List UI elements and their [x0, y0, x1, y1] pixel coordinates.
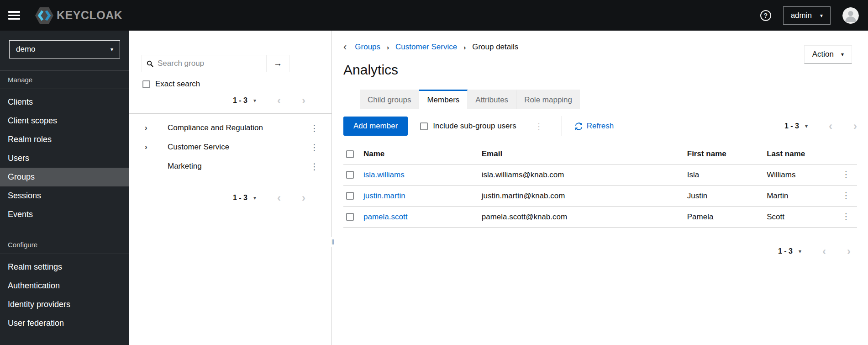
- sidebar-item-identity-providers[interactable]: Identity providers: [0, 295, 129, 314]
- row-kebab-menu-icon[interactable]: ⋮: [839, 168, 853, 181]
- search-group-input[interactable]: [158, 59, 262, 68]
- tree-item-compliance-and-regulation[interactable]: › Compliance and Regulation ⋮: [129, 118, 331, 138]
- panel-resize-handle[interactable]: ‖: [331, 237, 335, 247]
- expand-chevron-icon[interactable]: ›: [145, 123, 168, 133]
- group-name[interactable]: Customer Service: [168, 143, 307, 152]
- chevron-down-icon: ▾: [110, 47, 113, 52]
- sidebar-item-sessions[interactable]: Sessions: [0, 186, 129, 205]
- hamburger-menu-icon[interactable]: [8, 11, 20, 20]
- brand-text: KEYCLOAK: [57, 9, 122, 22]
- table-row: pamela.scott pamela.scott@knab.com Pamel…: [343, 207, 857, 228]
- row-checkbox[interactable]: [346, 171, 354, 179]
- expand-chevron-icon[interactable]: ›: [145, 143, 168, 152]
- tree-item-customer-service[interactable]: › Customer Service ⋮: [129, 138, 331, 157]
- breadcrumb-separator-icon: ›: [387, 43, 389, 51]
- action-dropdown-label: Action: [812, 50, 834, 59]
- realm-selector-value: demo: [16, 45, 36, 54]
- pagination-options-caret-icon[interactable]: ▾: [805, 123, 808, 129]
- realm-selector[interactable]: demo ▾: [9, 40, 120, 58]
- sidebar-item-events[interactable]: Events: [0, 205, 129, 224]
- sidebar-item-clients[interactable]: Clients: [0, 93, 129, 111]
- pagination-range: 1 - 3: [784, 122, 799, 130]
- pagination-next-icon[interactable]: ›: [853, 121, 857, 132]
- member-first-name: Isla: [687, 165, 767, 186]
- select-all-checkbox[interactable]: [346, 150, 354, 158]
- column-header-first-name: First name: [687, 144, 767, 165]
- breadcrumb-groups-link[interactable]: Groups: [355, 42, 380, 52]
- column-header-last-name: Last name: [767, 144, 835, 165]
- refresh-button[interactable]: Refresh: [575, 122, 614, 131]
- table-row: isla.williams isla.williams@knab.com Isl…: [343, 165, 857, 186]
- pagination-options-caret-icon[interactable]: ▾: [799, 249, 801, 254]
- pagination-prev-icon[interactable]: ‹: [277, 192, 281, 203]
- member-name-link[interactable]: justin.martin: [363, 191, 405, 200]
- members-pagination-top: 1 - 3 ▾ ‹ ›: [784, 121, 857, 132]
- pagination-prev-icon[interactable]: ‹: [829, 121, 832, 132]
- member-first-name: Pamela: [687, 207, 767, 228]
- tab-attributes[interactable]: Attributes: [468, 90, 516, 109]
- row-kebab-menu-icon[interactable]: ⋮: [839, 189, 853, 202]
- group-name[interactable]: Compliance and Regulation: [168, 123, 307, 133]
- sidebar-item-realm-roles[interactable]: Realm roles: [0, 130, 129, 149]
- sidebar-item-client-scopes[interactable]: Client scopes: [0, 111, 129, 130]
- group-name[interactable]: Marketing: [168, 162, 307, 171]
- kebab-menu-icon[interactable]: ⋮: [307, 141, 321, 154]
- row-checkbox[interactable]: [346, 213, 354, 221]
- column-header-name: Name: [363, 144, 482, 165]
- breadcrumb-customer-service-link[interactable]: Customer Service: [395, 42, 457, 52]
- group-details-main: ‹ Groups › Customer Service › Group deta…: [332, 31, 868, 345]
- sidebar-item-users[interactable]: Users: [0, 149, 129, 168]
- pagination-prev-icon[interactable]: ‹: [822, 246, 826, 257]
- member-last-name: Scott: [767, 207, 835, 228]
- refresh-label: Refresh: [587, 122, 614, 131]
- exact-search-checkbox[interactable]: [142, 80, 150, 88]
- user-menu-label: admin: [791, 11, 812, 20]
- breadcrumb-separator-icon: ›: [463, 43, 466, 51]
- keycloak-logo-icon: [35, 7, 54, 24]
- members-table: Name Email First name Last name isla.wil…: [343, 144, 857, 228]
- member-email: pamela.scott@knab.com: [482, 207, 687, 228]
- group-tabs: Child groups Members Attributes Role map…: [360, 90, 857, 109]
- pagination-next-icon[interactable]: ›: [302, 192, 305, 203]
- pagination-prev-icon[interactable]: ‹: [277, 95, 281, 106]
- breadcrumb: ‹ Groups › Customer Service › Group deta…: [343, 42, 857, 52]
- group-search-bar: →: [142, 55, 289, 72]
- tab-members[interactable]: Members: [419, 90, 468, 109]
- member-email: isla.williams@knab.com: [482, 165, 687, 186]
- pagination-next-icon[interactable]: ›: [302, 95, 305, 106]
- kebab-menu-icon[interactable]: ⋮: [307, 160, 321, 173]
- row-checkbox[interactable]: [346, 192, 354, 200]
- include-subgroup-users-label: Include sub-group users: [433, 122, 516, 131]
- keycloak-logo: KEYCLOAK: [35, 7, 122, 24]
- tree-item-marketing[interactable]: Marketing ⋮: [129, 157, 331, 176]
- tab-child-groups[interactable]: Child groups: [360, 90, 419, 109]
- action-dropdown-button[interactable]: Action ▾: [804, 45, 852, 64]
- avatar[interactable]: [842, 7, 859, 24]
- tab-role-mapping[interactable]: Role mapping: [516, 90, 580, 109]
- members-toolbar: Add member Include sub-group users ⋮ Ref…: [343, 116, 857, 137]
- sidebar-item-authentication[interactable]: Authentication: [0, 276, 129, 295]
- toolbar-kebab-menu-icon[interactable]: ⋮: [532, 120, 546, 133]
- pagination-options-caret-icon[interactable]: ▾: [253, 98, 256, 103]
- help-icon[interactable]: ?: [760, 10, 771, 21]
- add-member-button[interactable]: Add member: [343, 117, 408, 136]
- breadcrumb-current: Group details: [472, 42, 518, 52]
- row-kebab-menu-icon[interactable]: ⋮: [839, 210, 853, 223]
- tree-pagination-top: 1 - 3 ▾ ‹ ›: [129, 95, 331, 114]
- member-name-link[interactable]: isla.williams: [363, 170, 405, 179]
- page-title: Analytics: [343, 62, 857, 78]
- pagination-options-caret-icon[interactable]: ▾: [253, 195, 256, 201]
- sidebar-item-user-federation[interactable]: User federation: [0, 314, 129, 333]
- user-menu-dropdown[interactable]: admin ▾: [783, 6, 831, 25]
- masthead: KEYCLOAK ? admin ▾: [0, 0, 868, 31]
- kebab-menu-icon[interactable]: ⋮: [307, 122, 321, 134]
- pagination-next-icon[interactable]: ›: [847, 246, 851, 257]
- sidebar-item-groups[interactable]: Groups: [0, 168, 129, 186]
- pagination-range: 1 - 3: [233, 96, 247, 105]
- breadcrumb-back-icon[interactable]: ‹: [343, 42, 347, 52]
- table-row: justin.martin justin.martin@knab.com Jus…: [343, 186, 857, 207]
- sidebar-item-realm-settings[interactable]: Realm settings: [0, 258, 129, 276]
- include-subgroup-users-checkbox[interactable]: [420, 122, 428, 130]
- search-submit-button[interactable]: →: [266, 55, 289, 72]
- member-name-link[interactable]: pamela.scott: [363, 212, 407, 221]
